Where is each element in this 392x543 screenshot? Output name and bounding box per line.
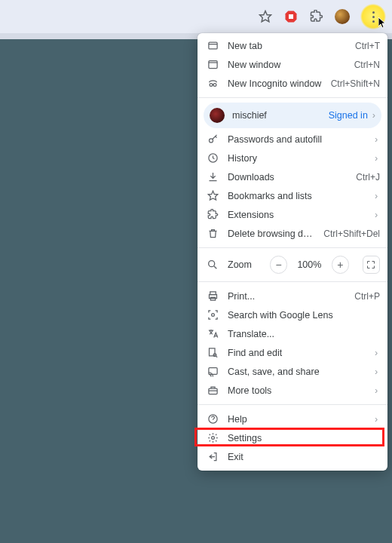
- exit-icon: [207, 451, 219, 463]
- profile-name: mischief: [232, 110, 329, 121]
- menu-label: Find and edit: [228, 348, 363, 358]
- menu-accel: Ctrl+N: [354, 60, 380, 70]
- menu-label: More tools: [228, 385, 363, 396]
- menu-item-print[interactable]: Print... Ctrl+P: [198, 287, 387, 305]
- menu-profile-row[interactable]: mischief Signed in ›: [204, 103, 381, 128]
- zoom-label: Zoom: [228, 259, 252, 270]
- zoom-value: 100%: [296, 259, 323, 270]
- download-icon: [207, 171, 219, 183]
- menu-item-extensions[interactable]: Extensions ›: [198, 205, 387, 224]
- kebab-icon: [372, 11, 375, 23]
- svg-point-6: [213, 84, 216, 87]
- adblock-icon[interactable]: [283, 9, 299, 24]
- menu-label: Help: [228, 414, 363, 425]
- menu-item-find-edit[interactable]: Find and edit ›: [198, 343, 387, 362]
- trash-icon: [207, 228, 219, 240]
- menu-separator: [198, 404, 387, 405]
- svg-point-7: [209, 139, 213, 143]
- profile-status: Signed in: [329, 110, 368, 121]
- menu-accel: Ctrl+Shift+N: [331, 78, 380, 89]
- menu-label: Extensions: [228, 210, 363, 220]
- svg-rect-3: [208, 42, 216, 49]
- help-icon: [207, 413, 219, 425]
- browser-toolbar: [0, 0, 392, 33]
- translate-icon: [207, 328, 219, 340]
- menu-item-downloads[interactable]: Downloads Ctrl+J: [198, 167, 387, 186]
- kebab-menu-button[interactable]: [360, 4, 386, 29]
- svg-marker-0: [260, 11, 271, 22]
- bookmark-star-icon: [207, 190, 219, 202]
- menu-item-incognito[interactable]: New Incognito window Ctrl+Shift+N: [198, 74, 387, 93]
- menu-item-bookmarks[interactable]: Bookmarks and lists ›: [198, 186, 387, 205]
- chevron-right-icon: ›: [372, 414, 380, 425]
- menu-item-cast-save-share[interactable]: Cast, save, and share ›: [198, 362, 387, 381]
- menu-accel: Ctrl+P: [354, 291, 380, 302]
- menu-accel: Ctrl+T: [355, 41, 380, 51]
- menu-zoom-row: Zoom − 100% +: [198, 253, 387, 277]
- fullscreen-icon: [366, 260, 375, 269]
- profile-avatar: [210, 108, 225, 123]
- menu-label: Search with Google Lens: [228, 310, 380, 321]
- menu-label: New Incognito window: [228, 78, 322, 89]
- cast-icon: [207, 366, 219, 378]
- menu-label: Translate...: [228, 329, 380, 339]
- profile-avatar-toolbar[interactable]: [335, 9, 350, 24]
- menu-item-new-window[interactable]: New window Ctrl+N: [198, 55, 387, 74]
- menu-item-settings[interactable]: Settings: [198, 428, 387, 447]
- svg-point-10: [209, 261, 215, 267]
- menu-label: History: [228, 153, 363, 164]
- menu-label: Settings: [228, 433, 380, 443]
- lens-icon: [207, 309, 219, 321]
- menu-item-more-tools[interactable]: More tools ›: [198, 381, 387, 400]
- menu-separator: [198, 247, 387, 248]
- zoom-out-button[interactable]: −: [270, 256, 287, 274]
- svg-rect-4: [208, 61, 216, 69]
- svg-rect-15: [209, 348, 215, 356]
- menu-label: Downloads: [228, 172, 347, 183]
- menu-item-delete-data[interactable]: Delete browsing data... Ctrl+Shift+Del: [198, 224, 387, 243]
- extensions-icon[interactable]: [309, 9, 324, 24]
- chevron-right-icon: ›: [372, 191, 380, 201]
- new-tab-icon: [207, 40, 219, 52]
- toolbox-icon: [207, 385, 219, 397]
- menu-accel: Ctrl+Shift+Del: [323, 229, 380, 239]
- menu-item-passwords[interactable]: Passwords and autofill ›: [198, 130, 387, 149]
- zoom-in-button[interactable]: +: [332, 256, 349, 274]
- puzzle-icon: [207, 209, 219, 221]
- print-icon: [207, 290, 219, 302]
- mouse-cursor: [378, 17, 387, 29]
- svg-rect-17: [208, 368, 216, 375]
- menu-item-help[interactable]: Help ›: [198, 410, 387, 428]
- menu-label: Bookmarks and lists: [228, 191, 363, 201]
- menu-separator: [198, 281, 387, 282]
- menu-item-translate[interactable]: Translate...: [198, 324, 387, 343]
- svg-marker-9: [208, 191, 218, 200]
- new-window-icon: [207, 59, 219, 71]
- fullscreen-button[interactable]: [363, 256, 380, 274]
- menu-label: New window: [228, 60, 345, 70]
- chevron-right-icon: ›: [372, 348, 380, 358]
- menu-label: Passwords and autofill: [228, 134, 363, 145]
- menu-accel: Ctrl+J: [356, 172, 380, 183]
- chevron-right-icon: ›: [372, 385, 380, 396]
- menu-label: Delete browsing data...: [228, 229, 314, 239]
- menu-item-exit[interactable]: Exit: [198, 447, 387, 466]
- menu-item-google-lens[interactable]: Search with Google Lens: [198, 305, 387, 324]
- svg-point-14: [211, 314, 214, 317]
- menu-item-history[interactable]: History ›: [198, 149, 387, 167]
- chevron-right-icon: ›: [372, 153, 380, 164]
- magnifier-icon: [207, 259, 219, 271]
- gear-icon: [207, 432, 219, 444]
- svg-rect-2: [289, 14, 293, 19]
- menu-label: Exit: [228, 452, 380, 462]
- find-icon: [207, 347, 219, 359]
- menu-label: New tab: [228, 41, 346, 51]
- menu-separator: [198, 97, 387, 98]
- svg-point-20: [211, 437, 214, 440]
- star-icon[interactable]: [258, 9, 273, 24]
- menu-label: Print...: [228, 291, 345, 302]
- chevron-right-icon: ›: [372, 367, 380, 377]
- menu-item-new-tab[interactable]: New tab Ctrl+T: [198, 36, 387, 55]
- history-icon: [207, 152, 219, 164]
- incognito-icon: [207, 78, 219, 90]
